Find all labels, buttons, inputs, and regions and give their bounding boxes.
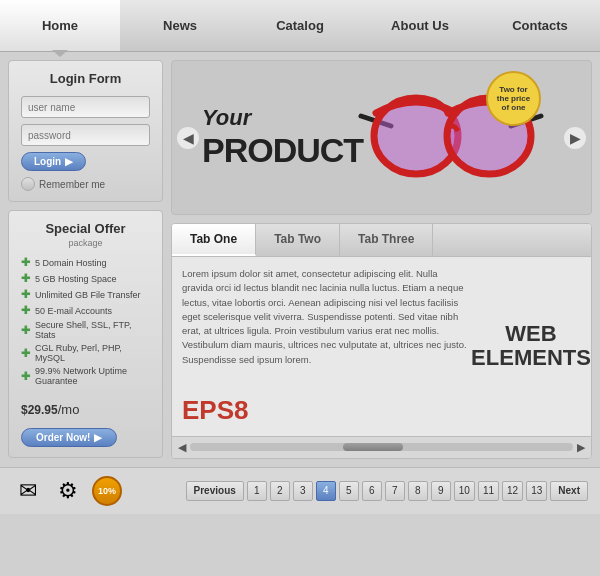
page-13[interactable]: 13 [526,481,547,501]
page-9-label: 9 [438,485,444,496]
mail-icon-wrapper[interactable]: ✉ [12,479,44,503]
order-arrow-icon: ▶ [94,432,102,443]
footer-icons: ✉ ⚙ 10% [12,476,122,506]
navigation: Home News Catalog About Us Contacts [0,0,600,52]
eps-label: EPS8 [182,395,471,426]
page-3[interactable]: 3 [293,481,313,501]
previous-button[interactable]: Previous [186,481,244,501]
offer-feature-4: ✚ 50 E-mail Accounts [21,304,150,317]
page-13-label: 13 [531,485,542,496]
plus-icon-7: ✚ [21,370,30,383]
nav-news-label: News [163,18,197,33]
special-offer-panel: Special Offer package ✚ 5 Domain Hosting… [8,210,163,458]
nav-home[interactable]: Home [0,0,120,51]
nav-news[interactable]: News [120,0,240,51]
offer-price: $29.95/mo [21,394,150,420]
content-tabs: Tab One Tab Two Tab Three Lorem ipsum do… [171,223,592,459]
tab-three-label: Tab Three [358,232,414,246]
page-11[interactable]: 11 [478,481,499,501]
tab-content-area: Lorem ipsum dolor sit amet, consectetur … [172,257,591,436]
page-1-label: 1 [254,485,260,496]
badge-line1: Two for [499,85,527,94]
nav-catalog[interactable]: Catalog [240,0,360,51]
next-button[interactable]: Next [550,481,588,501]
badge-line2: the price [497,94,530,103]
feature-label-6: CGL Ruby, Perl, PHP, MySQL [35,343,150,363]
tabs-header: Tab One Tab Two Tab Three [172,224,591,257]
login-form-title: Login Form [21,71,150,86]
page-7[interactable]: 7 [385,481,405,501]
page-8[interactable]: 8 [408,481,428,501]
slider-next-button[interactable]: ▶ [564,127,586,149]
page-2-label: 2 [277,485,283,496]
pagination: Previous 1 2 3 4 5 6 7 8 9 10 11 12 13 N… [186,481,588,501]
username-input[interactable] [21,96,150,118]
login-button[interactable]: Login ▶ [21,152,86,171]
scroll-right-arrow[interactable]: ▶ [577,441,585,454]
page-1[interactable]: 1 [247,481,267,501]
slider-your-text: Your [202,105,251,131]
scroll-thumb[interactable] [343,443,403,451]
tab-two[interactable]: Tab Two [256,224,340,256]
image-slider: ◀ Your PRODUCT [171,60,592,215]
elements-label: ELEMENTS [471,345,591,370]
page-5[interactable]: 5 [339,481,359,501]
offer-feature-7: ✚ 99.9% Network Uptime Guarantee [21,366,150,386]
percent-label: 10% [98,486,116,496]
offer-feature-3: ✚ Unlimited GB File Transfer [21,288,150,301]
scroll-left-arrow[interactable]: ◀ [178,441,186,454]
nav-about-label: About Us [391,18,449,33]
nav-catalog-label: Catalog [276,18,324,33]
nav-contacts[interactable]: Contacts [480,0,600,51]
offer-feature-6: ✚ CGL Ruby, Perl, PHP, MySQL [21,343,150,363]
main-content: Login Form Login ▶ Remember me Special O… [0,52,600,467]
tab-right-content: WEB ELEMENTS [481,267,581,426]
tab-two-label: Tab Two [274,232,321,246]
nav-contacts-label: Contacts [512,18,568,33]
promo-badge: Two for the price of one [486,71,541,126]
page-2[interactable]: 2 [270,481,290,501]
tab-one-label: Tab One [190,232,237,246]
badge-line3: of one [502,103,526,112]
tab-one[interactable]: Tab One [172,224,256,256]
page-5-label: 5 [346,485,352,496]
plus-icon-6: ✚ [21,347,30,360]
page-9[interactable]: 9 [431,481,451,501]
page-4[interactable]: 4 [316,481,336,501]
web-elements-label: WEB ELEMENTS [471,322,591,370]
offer-feature-5: ✚ Secure Shell, SSL, FTP, Stats [21,320,150,340]
plus-icon-4: ✚ [21,304,30,317]
tab-body-text: Lorem ipsum dolor sit amet, consectetur … [182,267,471,367]
right-main: ◀ Your PRODUCT [171,60,592,459]
feature-label-5: Secure Shell, SSL, FTP, Stats [35,320,150,340]
feature-label-7: 99.9% Network Uptime Guarantee [35,366,150,386]
gear-icon-wrapper[interactable]: ⚙ [52,479,84,503]
nav-about[interactable]: About Us [360,0,480,51]
page-10-label: 10 [459,485,470,496]
scroll-track[interactable] [190,443,573,451]
page-6[interactable]: 6 [362,481,382,501]
price-value: $29.95 [21,403,58,417]
page-6-label: 6 [369,485,375,496]
page-8-label: 8 [415,485,421,496]
slider-prev-button[interactable]: ◀ [177,127,199,149]
page-11-label: 11 [483,485,494,496]
order-now-label: Order Now! [36,432,90,443]
remember-label: Remember me [39,179,105,190]
left-sidebar: Login Form Login ▶ Remember me Special O… [8,60,163,459]
page-12[interactable]: 12 [502,481,523,501]
tab-left-content: Lorem ipsum dolor sit amet, consectetur … [182,267,471,426]
footer: ✉ ⚙ 10% Previous 1 2 3 4 5 6 7 8 9 10 11… [0,467,600,514]
nav-home-label: Home [42,18,78,33]
web-label: WEB [505,321,556,346]
feature-label-3: Unlimited GB File Transfer [35,290,141,300]
tab-three[interactable]: Tab Three [340,224,433,256]
page-10[interactable]: 10 [454,481,475,501]
plus-icon-2: ✚ [21,272,30,285]
feature-label-4: 50 E-mail Accounts [35,306,112,316]
order-now-button[interactable]: Order Now! ▶ [21,428,117,447]
special-offer-title: Special Offer [21,221,150,236]
password-input[interactable] [21,124,150,146]
remember-checkbox[interactable] [21,177,35,191]
percent-badge: 10% [92,476,122,506]
